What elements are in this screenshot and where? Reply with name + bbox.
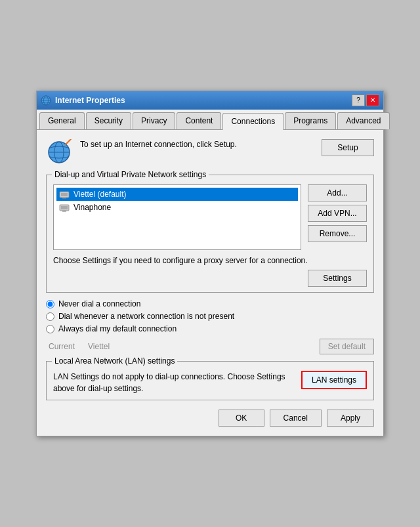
settings-button[interactable]: Settings — [308, 270, 367, 287]
tab-content[interactable]: Content — [177, 112, 221, 129]
title-bar-buttons: ? ✕ — [352, 95, 379, 106]
tab-advanced[interactable]: Advanced — [337, 112, 389, 129]
connection-name-viettel: Viettel (default) — [74, 190, 127, 199]
connection-icon-viettel — [59, 189, 70, 200]
radio-whenever-label: Dial whenever a network connection is no… — [58, 312, 234, 321]
lan-settings-button[interactable]: LAN settings — [301, 371, 367, 389]
window-icon — [41, 95, 51, 106]
connection-list[interactable]: Viettel (default) Vinaphone — [53, 184, 301, 250]
radio-whenever: Dial whenever a network connection is no… — [46, 312, 374, 321]
window-title: Internet Properties — [55, 96, 348, 105]
dialup-group: Dial-up and Virtual Private Network sett… — [46, 175, 374, 293]
vpn-list-container: Viettel (default) Vinaphone Add... Add V… — [53, 184, 367, 250]
globe-icon — [46, 139, 72, 165]
lan-inner: LAN Settings do not apply to dial-up con… — [53, 371, 367, 394]
bottom-buttons: OK Cancel Apply — [46, 410, 374, 427]
dial-options: Never dial a connection Dial whenever a … — [46, 299, 374, 333]
radio-never-label: Never dial a connection — [58, 299, 140, 308]
ok-button[interactable]: OK — [219, 410, 264, 427]
tab-programs[interactable]: Programs — [285, 112, 336, 129]
connection-item-viettel[interactable]: Viettel (default) — [56, 188, 298, 201]
tab-connections[interactable]: Connections — [222, 113, 284, 130]
vpn-buttons: Add... Add VPN... Remove... — [308, 184, 367, 250]
close-button[interactable]: ✕ — [366, 95, 379, 106]
tab-general[interactable]: General — [39, 112, 85, 129]
connection-item-vinaphone[interactable]: Vinaphone — [56, 201, 298, 214]
radio-always-label: Always dial my default connection — [58, 324, 177, 333]
internet-properties-window: Internet Properties ? ✕ General Security… — [36, 91, 384, 437]
cancel-button[interactable]: Cancel — [270, 410, 322, 427]
current-label: Current — [49, 342, 75, 351]
lan-group-label: Local Area Network (LAN) settings — [52, 356, 177, 366]
apply-button[interactable]: Apply — [327, 410, 374, 427]
tab-content-area: To set up an Internet connection, click … — [37, 130, 383, 436]
tab-privacy[interactable]: Privacy — [133, 112, 175, 129]
svg-rect-7 — [61, 193, 68, 196]
setup-button[interactable]: Setup — [322, 139, 374, 156]
add-button[interactable]: Add... — [308, 184, 367, 201]
set-default-button[interactable]: Set default — [320, 339, 374, 354]
setup-section: To set up an Internet connection, click … — [46, 139, 374, 165]
tab-security[interactable]: Security — [86, 112, 131, 129]
radio-always-input[interactable] — [46, 325, 54, 333]
help-button[interactable]: ? — [352, 95, 365, 106]
radio-never: Never dial a connection — [46, 299, 374, 308]
settings-right: Settings — [53, 270, 367, 287]
add-vpn-button[interactable]: Add VPN... — [308, 205, 367, 222]
svg-rect-8 — [62, 198, 66, 199]
proxy-description: Choose Settings if you need to configure… — [53, 255, 367, 266]
connection-icon-vinaphone — [59, 202, 70, 213]
title-bar: Internet Properties ? ✕ — [37, 91, 383, 110]
svg-rect-11 — [62, 211, 66, 212]
svg-rect-10 — [61, 206, 68, 209]
dialup-group-label: Dial-up and Virtual Private Network sett… — [52, 170, 209, 179]
current-value: Viettel — [88, 342, 110, 351]
lan-description: LAN Settings do not apply to dial-up con… — [53, 371, 295, 394]
current-row: Current Viettel Set default — [46, 339, 374, 354]
remove-button[interactable]: Remove... — [308, 225, 367, 242]
lan-section: Local Area Network (LAN) settings LAN Se… — [46, 361, 374, 400]
radio-never-input[interactable] — [46, 300, 54, 308]
tab-bar: General Security Privacy Content Connect… — [37, 110, 383, 130]
radio-whenever-input[interactable] — [46, 312, 54, 321]
connection-name-vinaphone: Vinaphone — [74, 203, 111, 212]
setup-description: To set up an Internet connection, click … — [80, 139, 314, 150]
radio-always: Always dial my default connection — [46, 324, 374, 333]
